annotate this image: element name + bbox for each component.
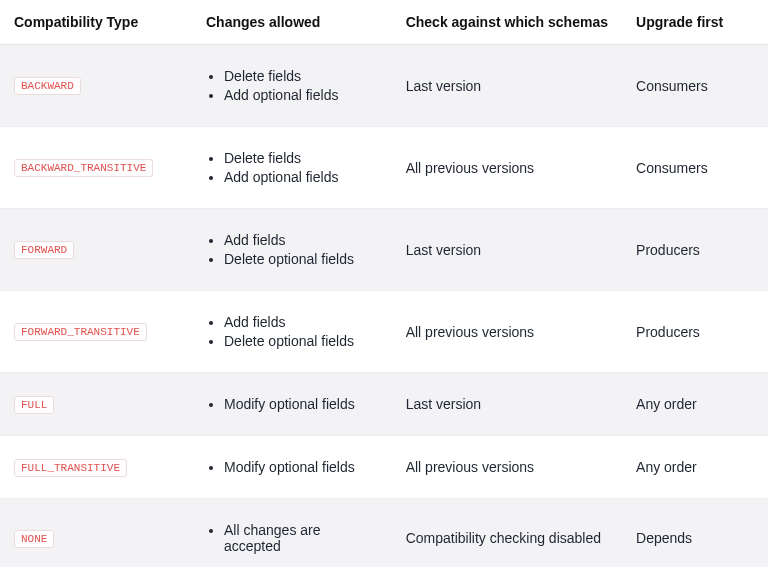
table-row: BACKWARDDelete fieldsAdd optional fields… — [0, 45, 768, 127]
cell-changes-allowed: Delete fieldsAdd optional fields — [192, 127, 392, 209]
col-compatibility-type: Compatibility Type — [0, 0, 192, 45]
col-check-schemas: Check against which schemas — [392, 0, 622, 45]
cell-changes-allowed: Add fieldsDelete optional fields — [192, 209, 392, 291]
changes-list: Delete fieldsAdd optional fields — [206, 150, 378, 185]
list-item: All changes are accepted — [224, 522, 378, 554]
col-upgrade-first: Upgrade first — [622, 0, 768, 45]
compat-type-badge: FORWARD_TRANSITIVE — [14, 323, 147, 341]
changes-list: Delete fieldsAdd optional fields — [206, 68, 378, 103]
cell-check-schemas: Last version — [392, 45, 622, 127]
cell-compatibility-type: BACKWARD_TRANSITIVE — [0, 127, 192, 209]
changes-list: Modify optional fields — [206, 459, 378, 475]
cell-changes-allowed: Modify optional fields — [192, 436, 392, 499]
compatibility-table: Compatibility Type Changes allowed Check… — [0, 0, 768, 567]
table-header: Compatibility Type Changes allowed Check… — [0, 0, 768, 45]
cell-upgrade-first: Any order — [622, 436, 768, 499]
list-item: Add optional fields — [224, 169, 378, 185]
cell-check-schemas: All previous versions — [392, 291, 622, 373]
col-changes-allowed: Changes allowed — [192, 0, 392, 45]
cell-check-schemas: All previous versions — [392, 436, 622, 499]
table-row: BACKWARD_TRANSITIVEDelete fieldsAdd opti… — [0, 127, 768, 209]
compat-type-badge: FORWARD — [14, 241, 74, 259]
cell-compatibility-type: FULL_TRANSITIVE — [0, 436, 192, 499]
cell-upgrade-first: Producers — [622, 209, 768, 291]
cell-compatibility-type: NONE — [0, 499, 192, 568]
cell-changes-allowed: Delete fieldsAdd optional fields — [192, 45, 392, 127]
table-row: FORWARDAdd fieldsDelete optional fieldsL… — [0, 209, 768, 291]
cell-compatibility-type: FORWARD — [0, 209, 192, 291]
table-row: FULLModify optional fieldsLast versionAn… — [0, 373, 768, 436]
table-row: FORWARD_TRANSITIVEAdd fieldsDelete optio… — [0, 291, 768, 373]
cell-compatibility-type: FULL — [0, 373, 192, 436]
list-item: Modify optional fields — [224, 396, 378, 412]
cell-changes-allowed: All changes are accepted — [192, 499, 392, 568]
cell-upgrade-first: Consumers — [622, 45, 768, 127]
compat-type-badge: FULL_TRANSITIVE — [14, 459, 127, 477]
table-body: BACKWARDDelete fieldsAdd optional fields… — [0, 45, 768, 568]
list-item: Delete fields — [224, 150, 378, 166]
compat-type-badge: NONE — [14, 530, 54, 548]
cell-upgrade-first: Consumers — [622, 127, 768, 209]
cell-check-schemas: Compatibility checking disabled — [392, 499, 622, 568]
list-item: Add optional fields — [224, 87, 378, 103]
list-item: Add fields — [224, 314, 378, 330]
cell-upgrade-first: Depends — [622, 499, 768, 568]
cell-upgrade-first: Producers — [622, 291, 768, 373]
compat-type-badge: BACKWARD_TRANSITIVE — [14, 159, 153, 177]
cell-compatibility-type: FORWARD_TRANSITIVE — [0, 291, 192, 373]
cell-changes-allowed: Add fieldsDelete optional fields — [192, 291, 392, 373]
changes-list: All changes are accepted — [206, 522, 378, 554]
compat-type-badge: BACKWARD — [14, 77, 81, 95]
changes-list: Add fieldsDelete optional fields — [206, 232, 378, 267]
list-item: Add fields — [224, 232, 378, 248]
changes-list: Add fieldsDelete optional fields — [206, 314, 378, 349]
table-row: FULL_TRANSITIVEModify optional fieldsAll… — [0, 436, 768, 499]
list-item: Delete fields — [224, 68, 378, 84]
list-item: Modify optional fields — [224, 459, 378, 475]
compat-type-badge: FULL — [14, 396, 54, 414]
cell-changes-allowed: Modify optional fields — [192, 373, 392, 436]
changes-list: Modify optional fields — [206, 396, 378, 412]
cell-compatibility-type: BACKWARD — [0, 45, 192, 127]
cell-upgrade-first: Any order — [622, 373, 768, 436]
list-item: Delete optional fields — [224, 333, 378, 349]
list-item: Delete optional fields — [224, 251, 378, 267]
table-row: NONEAll changes are acceptedCompatibilit… — [0, 499, 768, 568]
cell-check-schemas: Last version — [392, 373, 622, 436]
cell-check-schemas: All previous versions — [392, 127, 622, 209]
cell-check-schemas: Last version — [392, 209, 622, 291]
